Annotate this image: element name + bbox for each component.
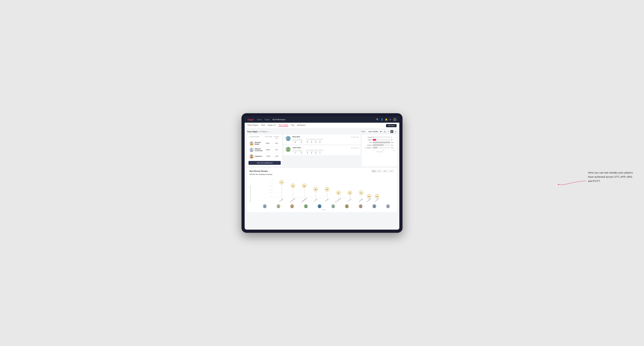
subnav-hcaps[interactable]: Hcaps 1-5 <box>268 124 276 127</box>
player-avatars-row <box>253 204 394 208</box>
edit-icon[interactable]: ✎ <box>268 131 270 133</box>
svg-point-2 <box>250 148 252 150</box>
player-name-1: Richard Butler <box>255 142 262 145</box>
svg-text:E. Crossman: E. Crossman <box>335 197 342 203</box>
search-icon[interactable]: 🔍 <box>376 118 379 121</box>
svg-text:D. Billingham: D. Billingham <box>301 197 307 203</box>
avatar-ford <box>345 204 349 208</box>
rees-britt-date: 02 Sep 2023 <box>351 136 359 138</box>
subnav-pgat[interactable]: PGAT Players <box>248 124 258 127</box>
chart-wrapper: 7 6 5 4 3 7x E. Ebert <box>253 177 394 210</box>
svg-point-66 <box>291 205 293 206</box>
svg-text:3: 3 <box>271 195 272 197</box>
leaderboard-panel: PLAYER NAME PB SCORE PB AVG SQ 1 Richard… <box>247 135 282 166</box>
player-card-josh-coles[interactable]: Josh Coles 26 Aug 2023 Total Rounds Tour… <box>284 145 360 155</box>
arg-stat-2: ARG 0 <box>314 151 317 154</box>
svg-point-73 <box>332 206 334 208</box>
time-filter-dropdown[interactable]: Last 3 months <box>366 130 382 133</box>
svg-text:5x: 5x <box>315 189 316 190</box>
svg-text:6: 6 <box>271 185 272 187</box>
svg-point-72 <box>332 205 334 206</box>
avatar-miller <box>359 204 362 208</box>
player-card-rees-britt[interactable]: Rees Britt 02 Sep 2023 Total Rounds Tour… <box>284 135 360 144</box>
view-full-leaderboard-button[interactable]: View Full Leaderboard <box>248 161 281 165</box>
player-avg-2: 107 <box>273 149 280 151</box>
subnav-tour[interactable]: Tour <box>291 124 294 127</box>
bar-value-bogeys: 311 <box>391 144 395 146</box>
total-rounds-label-2: Total Rounds <box>292 150 303 151</box>
bar-track-eagles <box>373 136 390 138</box>
josh-coles-info: Josh Coles 26 Aug 2023 Total Rounds Tour… <box>292 147 359 154</box>
team-count: | 14 Players <box>258 131 268 133</box>
avatar-item-britt <box>318 204 322 208</box>
subnav: PGAT Players PGA Hcaps 1-5 Team Clippd T… <box>245 123 399 128</box>
svg-point-65 <box>277 206 280 208</box>
svg-point-69 <box>304 206 307 208</box>
bar-track-bogeys <box>373 144 390 146</box>
bar-value-birdies: 96 <box>391 139 395 141</box>
annotation-text: Here you can see streaks your players ha… <box>588 171 634 183</box>
svg-text:J. Coles: J. Coles <box>313 198 318 202</box>
filter-putt[interactable]: PUTT <box>388 170 394 173</box>
subnav-all-players[interactable]: All Players <box>297 124 306 127</box>
filter-arg[interactable]: ARG <box>382 170 388 173</box>
detail-view-button[interactable]: ◀ <box>394 130 397 133</box>
settings-icon[interactable]: ⚙ <box>390 118 391 121</box>
avatar-coles <box>304 204 308 208</box>
filter-ott[interactable]: OTT <box>371 170 376 173</box>
subnav-team-clippd[interactable]: Team Clippd <box>278 124 288 127</box>
person-icon[interactable]: 👤 <box>380 118 383 121</box>
main-nav: Home Teams My Performance <box>257 119 286 121</box>
avatar-item-ebert <box>263 204 267 208</box>
svg-point-9 <box>286 150 290 152</box>
player-avatar-3: 3 <box>249 154 254 159</box>
svg-text:6x: 6x <box>304 185 305 187</box>
add-team-button[interactable]: Add Team <box>386 124 396 127</box>
svg-point-68 <box>305 205 307 206</box>
show-filter: Show Last 3 months ▦ ☰ ■ ◀ <box>361 130 397 133</box>
streaks-arrow-icon: ← <box>269 170 272 173</box>
practice-stat-2: Practice 2 <box>300 151 303 154</box>
bar-fill-bogeys <box>373 144 384 146</box>
avatar-item-butler <box>372 204 376 208</box>
subnav-pga[interactable]: PGA <box>261 124 265 127</box>
bar-dbogeys: D. Bogeys + 131 <box>364 147 395 149</box>
nav-home[interactable]: Home <box>257 119 262 121</box>
putt-stat-2: PUTT 1 <box>318 151 321 154</box>
nav-my-performance[interactable]: My Performance <box>272 119 285 121</box>
annotation-arrow <box>556 176 588 186</box>
players-x-label: Players <box>253 209 394 210</box>
leaderboard-row-1[interactable]: 1 Richard Butler 19/20 110 <box>248 140 281 147</box>
leaderboard-row-3[interactable]: 3 Cameron... 17/20 103 <box>248 153 281 160</box>
svg-text:7x: 7x <box>281 182 282 183</box>
show-label: Show <box>361 131 365 133</box>
user-avatar[interactable] <box>393 118 396 121</box>
svg-point-76 <box>360 205 362 206</box>
bar-eagles: Eagles 3 <box>364 136 395 138</box>
svg-text:3x: 3x <box>376 196 378 197</box>
nav-teams[interactable]: Teams <box>264 119 270 121</box>
bar-label-dbogeys: D. Bogeys + <box>364 147 372 148</box>
list-view-button[interactable]: ☰ <box>387 130 390 133</box>
rounds-row: Tournament 8 Practice 4 <box>292 140 303 143</box>
svg-point-74 <box>346 205 348 206</box>
rank-badge-3: 3 <box>252 157 254 159</box>
bar-fill-eagles <box>373 136 373 138</box>
putt-stat: PUTT 0 <box>318 140 321 143</box>
avatar-item-crossman <box>331 204 335 208</box>
app-stat: APP 0 <box>310 140 313 143</box>
bar-track-dbogeys <box>373 147 390 149</box>
josh-coles-name: Josh Coles <box>292 147 301 149</box>
filter-app[interactable]: APP <box>377 170 382 173</box>
streaks-section: Best Round Streaks ← OTT APP ARG PUTT Of… <box>247 168 397 212</box>
tournament-stat-2: Tournament 7 <box>292 151 298 154</box>
grid-view-button[interactable]: ▦ <box>383 130 386 133</box>
bell-icon[interactable]: 🔔 <box>385 118 388 121</box>
bar-label-bogeys: Bogeys <box>364 144 372 146</box>
svg-text:R. Butler: R. Butler <box>366 198 371 202</box>
practice-activities-label-2: Total Practice Activities <box>306 150 323 151</box>
leaderboard-row-2[interactable]: 2 Edward Crossman 18/20 107 <box>248 147 281 153</box>
card-view-button[interactable]: ■ <box>390 130 394 133</box>
player-avg-1: 110 <box>273 142 280 144</box>
bar-fill-pars <box>373 142 390 143</box>
